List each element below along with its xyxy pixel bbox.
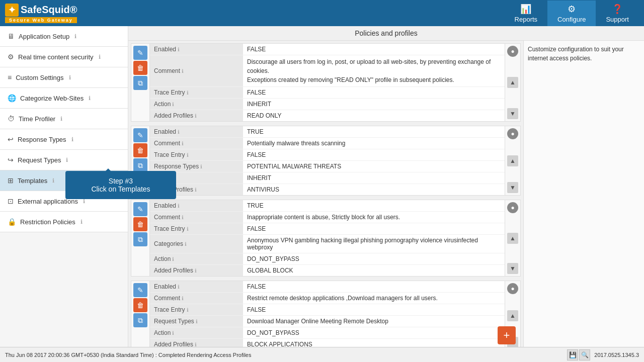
- field-label: Action ℹ: [150, 99, 243, 110]
- field-label: Categories ℹ: [150, 235, 243, 253]
- logo-text: SafeSquid®: [21, 4, 77, 16]
- field-value: Discourage all users from log in, post, …: [243, 55, 505, 86]
- field-value: Anonymous VPN gambling hacking illegal p…: [243, 235, 505, 253]
- policy-fields-3: Enabled ℹ TRUE Comment ℹ Inappropriate c…: [150, 200, 505, 276]
- scroll-top-1[interactable]: ●: [507, 46, 518, 57]
- sidebar-item-response-types[interactable]: ↩ Response Types ℹ: [0, 129, 128, 150]
- field-label: Added Profiles ℹ: [150, 265, 243, 276]
- app-setup-help: ℹ: [74, 33, 76, 40]
- nav-configure[interactable]: ⚙ Configure: [547, 1, 596, 26]
- add-policy-button[interactable]: +: [498, 326, 516, 344]
- field-row: Added Profiles ℹ BLOCK APPLICATIONS: [150, 339, 505, 347]
- edit-btn-2[interactable]: ✎: [133, 128, 147, 142]
- bottom-right: 💾 🔍 2017.0525.1345.3: [567, 349, 639, 360]
- copy-btn-3[interactable]: ⧉: [133, 232, 147, 246]
- response-types-help: ℹ: [71, 136, 73, 143]
- policy-fields-2: Enabled ℹ TRUE Comment ℹ Potentially mal…: [150, 126, 505, 195]
- field-label: Action ℹ: [150, 327, 243, 338]
- search-icon-btn[interactable]: 🔍: [579, 349, 590, 360]
- scroll-up-3[interactable]: ▲: [507, 233, 518, 244]
- policy-fields-4: Enabled ℹ FALSE Comment ℹ Restrict remot…: [150, 281, 505, 347]
- field-value: FALSE: [243, 304, 505, 315]
- field-value: Download Manager Online Meeting Remote D…: [243, 316, 505, 327]
- scroll-top-3[interactable]: ●: [507, 202, 518, 213]
- edit-btn-3[interactable]: ✎: [133, 202, 147, 216]
- delete-btn-3[interactable]: 🗑: [133, 217, 147, 231]
- field-value: FALSE: [243, 149, 505, 160]
- field-row: Response Types ℹ POTENTIAL MALWARE THREA…: [150, 161, 505, 172]
- scroll-up-1[interactable]: ▲: [507, 77, 518, 88]
- scroll-top-2[interactable]: ●: [507, 128, 518, 139]
- field-value: INHERIT: [243, 172, 505, 184]
- field-value: POTENTIAL MALWARE THREATS: [243, 161, 505, 172]
- policy-block-3: ✎ 🗑 ⧉ Enabled ℹ TRUE Comment ℹ Inappropr…: [131, 200, 521, 277]
- restriction-icon: 🔒: [8, 218, 16, 226]
- field-label: Comment ℹ: [150, 138, 243, 149]
- nav-reports[interactable]: 📊 Reports: [505, 1, 548, 26]
- scroll-top-4[interactable]: ●: [507, 283, 518, 294]
- bottom-icons: 💾 🔍: [567, 349, 590, 360]
- copy-btn-2[interactable]: ⧉: [133, 158, 147, 172]
- field-value: BLOCK APPLICATIONS: [243, 339, 505, 347]
- field-label: Response Types ℹ: [150, 161, 243, 172]
- realtime-help: ℹ: [99, 54, 101, 60]
- sidebar-item-restriction[interactable]: 🔒 Restriction Policies ℹ: [0, 212, 128, 232]
- field-label: Trace Entry ℹ: [150, 87, 243, 98]
- edit-btn-1[interactable]: ✎: [133, 46, 147, 60]
- categorize-help: ℹ: [89, 95, 91, 102]
- policy-scroll-2: ● ▲ ▼: [505, 126, 520, 195]
- sidebar-item-time-profiler[interactable]: ⏱ Time Profiler ℹ: [0, 109, 128, 129]
- field-row: Action ℹ DO_NOT_BYPASS: [150, 253, 505, 265]
- nav-support[interactable]: ❓ Support: [596, 1, 639, 26]
- policies-list[interactable]: ✎ 🗑 ⧉ Enabled ℹ FALSE Comment ℹ Discoura…: [128, 41, 523, 347]
- scroll-down-2[interactable]: ▼: [507, 182, 518, 193]
- field-row: Added Profiles ℹ GLOBAL BLOCK: [150, 265, 505, 276]
- policy-fields-1: Enabled ℹ FALSE Comment ℹ Discourage all…: [150, 44, 505, 121]
- field-value: Inappropriate content is abuse, Strictly…: [243, 212, 505, 223]
- field-row: Action ℹ INHERIT: [150, 172, 505, 184]
- scroll-down-3[interactable]: ▼: [507, 263, 518, 274]
- field-row: Enabled ℹ TRUE: [150, 126, 505, 138]
- status-text: Thu Jun 08 2017 20:00:36 GMT+0530 (India…: [5, 352, 251, 358]
- sidebar-item-realtime[interactable]: ⚙ Real time content security ℹ: [0, 47, 128, 67]
- time-profiler-icon: ⏱: [8, 115, 15, 123]
- field-value: FALSE: [243, 223, 505, 234]
- field-label: Trace Entry ℹ: [150, 304, 243, 315]
- delete-btn-4[interactable]: 🗑: [133, 298, 147, 312]
- field-row: Added Profiles ℹ READ ONLY: [150, 110, 505, 121]
- field-value: TRUE: [243, 200, 505, 211]
- support-icon: ❓: [612, 4, 623, 15]
- sidebar-item-categorize[interactable]: 🌐 Categorize Web-Sites ℹ: [0, 88, 128, 109]
- timestamp: 2017.0525.1345.3: [594, 352, 639, 358]
- field-row: Request Types ℹ Download Manager Online …: [150, 316, 505, 327]
- field-row: Trace Entry ℹ FALSE: [150, 223, 505, 235]
- nav-buttons: 📊 Reports ⚙ Configure ❓ Support: [505, 1, 639, 26]
- field-label: Action ℹ: [150, 253, 243, 264]
- scroll-up-2[interactable]: ▲: [507, 155, 518, 166]
- field-value: FALSE: [243, 44, 505, 55]
- scroll-up-4[interactable]: ▲: [507, 310, 518, 321]
- categorize-icon: 🌐: [8, 94, 16, 102]
- sidebar-item-custom[interactable]: ≡ Custom Settings ℹ: [0, 67, 128, 88]
- save-icon-btn[interactable]: 💾: [567, 349, 578, 360]
- custom-icon: ≡: [8, 73, 12, 81]
- field-row: Comment ℹ Potentially malware threats sc…: [150, 138, 505, 149]
- policy-block-1: ✎ 🗑 ⧉ Enabled ℹ FALSE Comment ℹ Discoura…: [131, 43, 521, 122]
- configure-icon: ⚙: [568, 4, 576, 15]
- copy-btn-4[interactable]: ⧉: [133, 313, 147, 327]
- copy-btn-1[interactable]: ⧉: [133, 76, 147, 90]
- edit-btn-4[interactable]: ✎: [133, 283, 147, 297]
- delete-btn-2[interactable]: 🗑: [133, 143, 147, 157]
- scroll-down-1[interactable]: ▼: [507, 108, 518, 119]
- policy-scroll-3: ● ▲ ▼: [505, 200, 520, 276]
- request-types-help: ℹ: [66, 157, 68, 163]
- delete-btn-1[interactable]: 🗑: [133, 61, 147, 75]
- sidebar-item-app-setup[interactable]: 🖥 Application Setup ℹ: [0, 26, 128, 47]
- field-value: Restrict remote desktop applications ,Do…: [243, 293, 505, 304]
- field-value: READ ONLY: [243, 110, 505, 121]
- reports-icon: 📊: [520, 4, 531, 15]
- field-row: Comment ℹ Discourage all users from log …: [150, 55, 505, 87]
- policy-block-2: ✎ 🗑 ⧉ Enabled ℹ TRUE Comment ℹ Potential…: [131, 126, 521, 196]
- right-info-panel: Customize configuration to suit your int…: [523, 41, 644, 347]
- field-row: Action ℹ INHERIT: [150, 99, 505, 110]
